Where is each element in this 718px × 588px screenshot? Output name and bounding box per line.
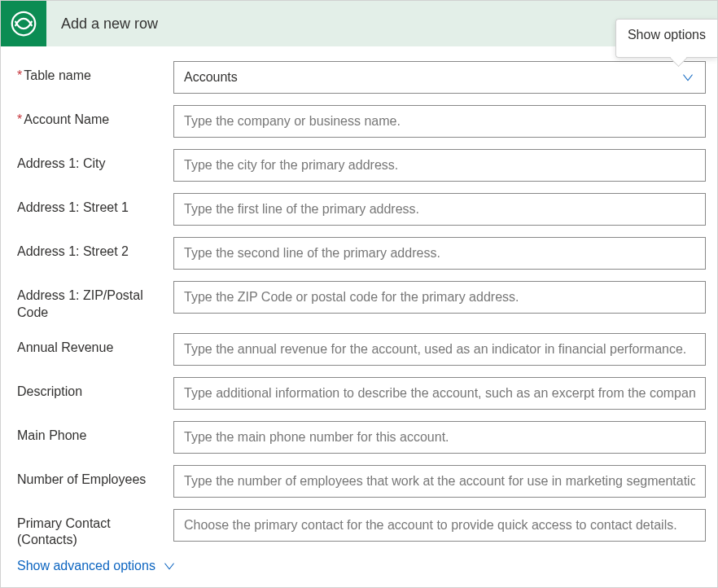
row-address1-zip: Address 1: ZIP/Postal Code: [17, 281, 706, 322]
label-address1-city: Address 1: City: [17, 149, 173, 173]
row-main-phone: Main Phone: [17, 421, 706, 454]
show-advanced-options-link[interactable]: Show advanced options: [17, 557, 177, 585]
address1-street2-input[interactable]: [173, 237, 706, 270]
address1-city-input[interactable]: [173, 149, 706, 182]
chevron-down-icon: [162, 559, 177, 573]
row-table-name: *Table name Accounts: [17, 61, 706, 94]
label-address1-street1: Address 1: Street 1: [17, 193, 173, 217]
dialog-header: Add a new row: [1, 1, 717, 46]
num-employees-input[interactable]: [173, 465, 706, 498]
row-address1-street2: Address 1: Street 2: [17, 237, 706, 270]
label-account-name: *Account Name: [17, 105, 173, 129]
primary-contact-input[interactable]: [173, 509, 706, 542]
label-address1-street2: Address 1: Street 2: [17, 237, 173, 261]
row-account-name: *Account Name: [17, 105, 706, 138]
table-name-value: Accounts: [184, 70, 238, 85]
dataverse-icon: [1, 1, 46, 46]
annual-revenue-input[interactable]: [173, 333, 706, 366]
row-address1-city: Address 1: City: [17, 149, 706, 182]
dialog-add-new-row: Add a new row Show options *Table name A…: [0, 0, 718, 588]
row-annual-revenue: Annual Revenue: [17, 333, 706, 366]
label-annual-revenue: Annual Revenue: [17, 333, 173, 357]
label-primary-contact: Primary Contact (Contacts): [17, 509, 173, 550]
form-body: *Table name Accounts *Account Name: [1, 46, 717, 585]
row-address1-street1: Address 1: Street 1: [17, 193, 706, 226]
show-options-label: Show options: [628, 28, 706, 42]
required-mark: *: [17, 112, 22, 126]
show-advanced-options-label: Show advanced options: [17, 559, 155, 573]
row-description: Description: [17, 377, 706, 410]
table-name-select[interactable]: Accounts: [173, 61, 706, 94]
address1-zip-input[interactable]: [173, 281, 706, 314]
row-primary-contact: Primary Contact (Contacts): [17, 509, 706, 550]
required-mark: *: [17, 68, 22, 82]
account-name-input[interactable]: [173, 105, 706, 138]
label-address1-zip: Address 1: ZIP/Postal Code: [17, 281, 173, 322]
address1-street1-input[interactable]: [173, 193, 706, 226]
label-main-phone: Main Phone: [17, 421, 173, 445]
label-description: Description: [17, 377, 173, 401]
chevron-down-icon: [681, 70, 695, 85]
description-input[interactable]: [173, 377, 706, 410]
svg-point-0: [12, 12, 36, 36]
label-num-employees: Number of Employees: [17, 465, 173, 489]
main-phone-input[interactable]: [173, 421, 706, 454]
dialog-title: Add a new row: [46, 15, 158, 33]
show-options-tooltip[interactable]: Show options: [615, 19, 717, 58]
row-num-employees: Number of Employees: [17, 465, 706, 498]
label-table-name: *Table name: [17, 61, 173, 85]
